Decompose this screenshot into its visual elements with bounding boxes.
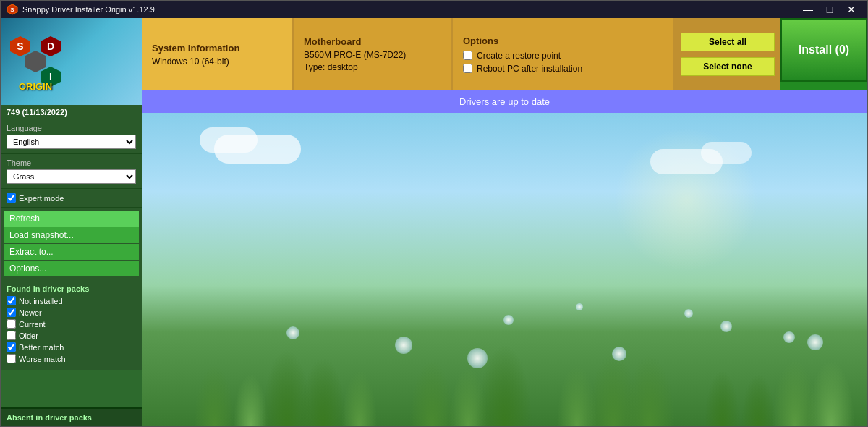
language-select[interactable]: English Deutsch Français [7,135,136,149]
options-title: Options [463,35,663,46]
install-button[interactable]: Install (0) [780,18,867,82]
restore-point-label[interactable]: Create a restore point [477,51,561,61]
filter-newer-label[interactable]: Newer [19,308,42,317]
filter-newer: Newer [7,308,136,317]
hex-s: S [10,36,30,56]
select-none-button[interactable]: Select none [681,57,775,76]
dew-9 [576,303,583,310]
sidebar: S D I ORIGIN 749 (11/13/2022) Language E… [1,18,142,426]
options-button[interactable]: Options... [4,261,139,276]
title-controls: — □ ✕ [798,2,861,17]
dew-1 [286,326,299,339]
version-text: 749 (11/13/2022) [7,108,67,117]
theme-section: Theme Grass Classic Dark [1,154,142,189]
system-info-panel: System information Windows 10 (64-bit) [142,18,294,90]
filter-worse-match: Worse match [7,354,136,363]
options-panel: Options Create a restore point Reboot PC… [453,18,675,90]
reboot-checkbox[interactable] [463,64,472,73]
close-button[interactable]: ✕ [841,2,861,17]
filter-section: Found in driver packs Not installed Newe… [1,280,142,370]
filter-not-installed-checkbox[interactable] [7,296,16,305]
install-panel: Install (0) [780,18,867,90]
title-bar-left: S Snappy Driver Installer Origin v1.12.9 [7,4,155,15]
filter-title: Found in driver packs [7,284,136,293]
status-bar: Drivers are up to date [142,90,867,113]
hex-center [25,51,46,72]
main-layout: S D I ORIGIN 749 (11/13/2022) Language E… [1,18,867,426]
grass-layer [142,224,867,426]
title-bar: S Snappy Driver Installer Origin v1.12.9… [1,1,867,18]
filter-current: Current [7,319,136,329]
expert-mode-checkbox[interactable] [7,193,16,203]
extract-to-button[interactable]: Extract to... [4,244,139,260]
filter-current-checkbox[interactable] [7,319,16,329]
absent-label: Absent in driver packs [7,413,92,422]
dew-6 [807,334,823,350]
filter-older: Older [7,331,136,340]
filter-newer-checkbox[interactable] [7,308,16,317]
maximize-button[interactable]: □ [820,2,840,17]
dew-7 [684,309,693,318]
dew-4 [612,347,626,361]
theme-label: Theme [7,158,136,167]
app-icon: S [7,4,18,15]
dew-10 [783,331,795,343]
dew-3 [503,315,514,325]
theme-select[interactable]: Grass Classic Dark [7,169,136,184]
filter-older-label[interactable]: Older [19,331,38,340]
reboot-label[interactable]: Reboot PC after installation [477,64,582,74]
filter-better-match-checkbox[interactable] [7,342,16,352]
dew-2 [395,337,412,354]
select-buttons-panel: Select all Select none [675,18,780,90]
grass-scene [142,113,867,426]
sys-info-title: System information [152,43,282,54]
restore-point-checkbox[interactable] [463,51,472,60]
select-all-button[interactable]: Select all [681,33,775,51]
filter-worse-match-label[interactable]: Worse match [19,355,66,363]
window-title: Snappy Driver Installer Origin v1.12.9 [22,5,155,14]
filter-older-checkbox[interactable] [7,331,16,340]
filter-better-match-label[interactable]: Better match [19,343,64,352]
action-buttons: Refresh Load snapshot... Extract to... O… [1,208,142,280]
logo-area: S D I ORIGIN [1,18,142,105]
dew-8 [467,348,488,368]
top-info-area: System information Windows 10 (64-bit) M… [142,18,867,90]
cloud-4 [701,142,752,164]
motherboard-value: B560M PRO-E (MS-7D22) [304,50,441,60]
expert-mode-row: Expert mode [1,189,142,208]
svg-text:S: S [10,7,14,13]
sys-info-value: Windows 10 (64-bit) [152,56,282,67]
restore-point-row: Create a restore point [463,51,663,61]
main-window: S Snappy Driver Installer Origin v1.12.9… [0,0,868,427]
refresh-button[interactable]: Refresh [4,211,139,227]
absent-section: Absent in driver packs [1,407,142,426]
motherboard-panel: Motherboard B560M PRO-E (MS-7D22) Type: … [294,18,453,90]
expert-mode-label[interactable]: Expert mode [19,194,64,203]
hex-d: D [41,36,61,56]
reboot-row: Reboot PC after installation [463,64,663,74]
content-area: System information Windows 10 (64-bit) M… [142,18,867,426]
cloud-2 [200,127,258,153]
minimize-button[interactable]: — [798,2,818,17]
language-section: Language English Deutsch Français [1,119,142,154]
filter-worse-match-checkbox[interactable] [7,354,16,363]
dew-5 [720,321,732,332]
load-snapshot-button[interactable]: Load snapshot... [4,227,139,243]
version-bar: 749 (11/13/2022) [1,105,142,119]
logo-hex: S D I ORIGIN [7,33,64,90]
filter-better-match: Better match [7,342,136,352]
language-label: Language [7,124,136,132]
type-label: Type: desktop [304,62,441,72]
origin-text: ORIGIN [7,81,64,92]
filter-current-label[interactable]: Current [19,320,46,329]
status-message: Drivers are up to date [459,96,550,107]
filter-not-installed-label[interactable]: Not installed [19,297,63,305]
filter-not-installed: Not installed [7,296,136,305]
motherboard-title: Motherboard [304,36,441,47]
